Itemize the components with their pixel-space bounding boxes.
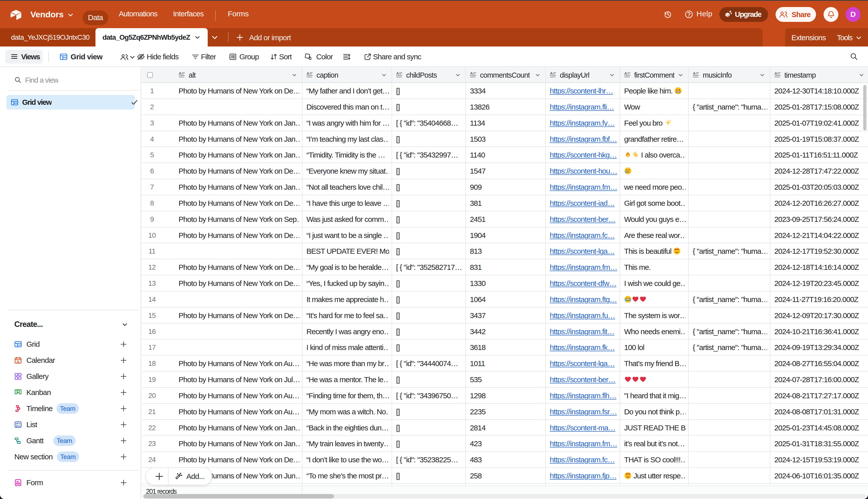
svg-text:31: 31	[16, 360, 20, 363]
